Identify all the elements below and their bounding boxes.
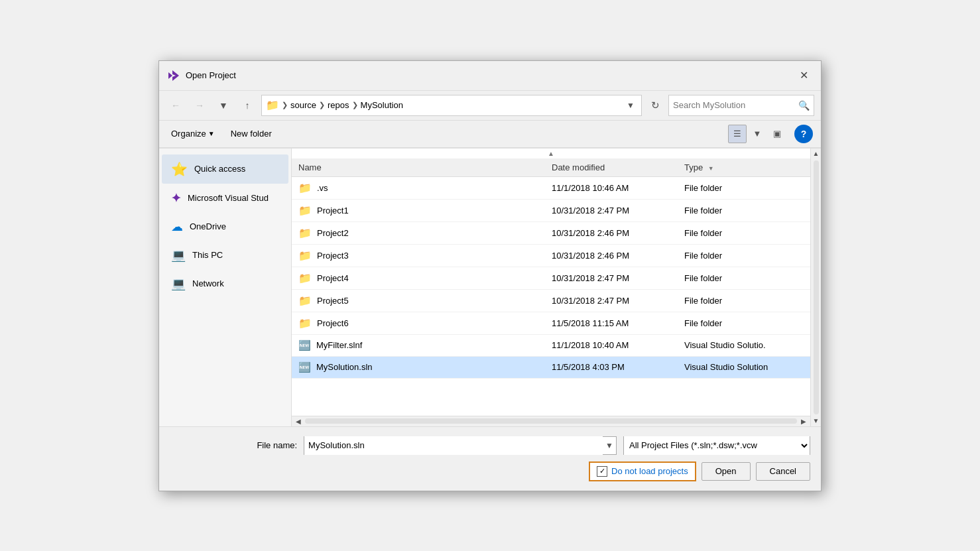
file-date: 10/31/2018 2:46 PM: [545, 221, 678, 244]
sidebar-item-network[interactable]: 💻 Network: [162, 270, 288, 298]
filename-row: File name: ▼ All Project Files (*.sln;*.…: [170, 436, 810, 455]
back-button[interactable]: ←: [166, 95, 186, 115]
refresh-button[interactable]: ↻: [646, 96, 664, 115]
file-name-cell: 📁 Project2: [292, 221, 545, 244]
col-type-header[interactable]: Type ▼: [678, 158, 810, 177]
table-row[interactable]: 📁 Project1 10/31/2018 2:47 PM File folde…: [292, 199, 810, 221]
table-row[interactable]: 🆕 MySolution.sln 11/5/2018 4:03 PM Visua…: [292, 356, 810, 378]
table-row[interactable]: 📁 Project4 10/31/2018 2:47 PM File folde…: [292, 267, 810, 289]
help-label: ?: [801, 129, 807, 139]
preview-button[interactable]: ▣: [768, 125, 786, 143]
onedrive-icon: ☁: [171, 219, 183, 234]
dropdown-button[interactable]: ▼: [214, 95, 233, 115]
sort-triangle-icon: ▼: [708, 165, 714, 172]
dropdown-view-button[interactable]: ▼: [748, 125, 766, 143]
list-view-button[interactable]: ☰: [728, 125, 747, 143]
cancel-button[interactable]: Cancel: [756, 462, 810, 481]
search-bar: 🔍: [668, 95, 814, 116]
folder-icon: 📁: [298, 204, 312, 217]
vs-icon: ✦: [171, 191, 181, 206]
open-button[interactable]: Open: [702, 462, 751, 481]
filename-dropdown-button[interactable]: ▼: [603, 440, 616, 452]
organize-label: Organize: [171, 129, 206, 139]
do-not-load-checkbox-container[interactable]: ✓ Do not load projects: [589, 461, 696, 481]
file-name-cell: 📁 Project5: [292, 289, 545, 312]
file-date: 10/31/2018 2:46 PM: [545, 244, 678, 267]
vs-logo-icon: [167, 69, 180, 82]
file-list-container: ▲ Name Date modified Type: [292, 149, 810, 426]
breadcrumb-separator-3: ❯: [352, 101, 358, 109]
sidebar-item-visual-studio[interactable]: ✦ Microsoft Visual Stud: [162, 184, 288, 212]
file-date: 10/31/2018 2:47 PM: [545, 289, 678, 312]
slnf-icon: 🆕: [298, 339, 311, 351]
actions-row: ✓ Do not load projects Open Cancel: [170, 461, 810, 481]
table-row[interactable]: 📁 Project6 11/5/2018 11:15 AM File folde…: [292, 312, 810, 334]
file-name: .vs: [317, 183, 328, 193]
do-not-load-checkbox[interactable]: ✓: [597, 466, 607, 477]
folder-icon: 📁: [298, 272, 312, 284]
breadcrumb-source[interactable]: source: [290, 100, 316, 110]
close-button[interactable]: ✕: [794, 66, 813, 85]
search-icon: 🔍: [798, 100, 810, 111]
col-date-header[interactable]: Date modified: [545, 158, 678, 177]
sidebar-item-quick-access[interactable]: ⭐ Quick access: [162, 154, 288, 184]
up-button[interactable]: ↑: [237, 95, 257, 115]
open-project-dialog: Open Project ✕ ← → ▼ ↑ 📁 ❯ source ❯ repo…: [158, 60, 822, 491]
file-date: 11/1/2018 10:40 AM: [545, 334, 678, 356]
hscroll-right-button[interactable]: ▶: [798, 416, 809, 426]
vscroll-up-button[interactable]: ▲: [811, 149, 822, 159]
breadcrumb-mysolution[interactable]: MySolution: [361, 100, 403, 110]
forward-button[interactable]: →: [190, 95, 210, 115]
sidebar-item-this-pc[interactable]: 💻 This PC: [162, 241, 288, 269]
col-sort-up[interactable]: ▲: [292, 149, 810, 158]
breadcrumb-dropdown-button[interactable]: ▼: [624, 99, 637, 111]
table-row[interactable]: 📁 Project2 10/31/2018 2:46 PM File folde…: [292, 221, 810, 244]
network-icon: 💻: [171, 276, 186, 291]
filetype-select[interactable]: All Project Files (*.sln;*.dsw;*.vcwAll …: [624, 436, 810, 455]
file-name-cell: 🆕 MySolution.sln: [292, 356, 545, 378]
col-name-header[interactable]: Name: [292, 158, 545, 177]
list-view-icon: ☰: [733, 129, 741, 139]
file-name: Project4: [317, 273, 349, 283]
file-type: File folder: [678, 199, 810, 221]
file-name: MyFilter.slnf: [316, 340, 362, 350]
preview-icon: ▣: [773, 129, 781, 139]
breadcrumb-repos[interactable]: repos: [328, 100, 349, 110]
table-row[interactable]: 📁 .vs 11/1/2018 10:46 AM File folder: [292, 176, 810, 199]
organize-button[interactable]: Organize ▼: [167, 126, 219, 141]
file-type: File folder: [678, 312, 810, 334]
sidebar-item-onedrive[interactable]: ☁ OneDrive: [162, 213, 288, 241]
file-name: Project5: [317, 296, 349, 306]
filename-input[interactable]: [304, 436, 603, 455]
vscroll-track[interactable]: [814, 160, 819, 414]
folder-icon: 📁: [298, 294, 312, 307]
file-list-scroll[interactable]: Name Date modified Type ▼: [292, 158, 810, 416]
file-name: Project3: [317, 251, 349, 261]
vscroll-down-button[interactable]: ▼: [811, 416, 822, 426]
dialog-title: Open Project: [186, 70, 236, 80]
file-name-cell: 📁 .vs: [292, 176, 545, 199]
this-pc-icon: 💻: [171, 248, 186, 263]
breadcrumb-bar[interactable]: 📁 ❯ source ❯ repos ❯ MySolution ▼: [261, 95, 642, 116]
title-bar-left: Open Project: [167, 69, 236, 82]
quick-access-icon: ⭐: [171, 161, 188, 177]
file-name: Project1: [317, 206, 349, 215]
horizontal-scrollbar[interactable]: ◀ ▶: [292, 416, 810, 426]
hscroll-track[interactable]: [305, 418, 797, 424]
table-row[interactable]: 📁 Project3 10/31/2018 2:46 PM File folde…: [292, 244, 810, 267]
table-row[interactable]: 🆕 MyFilter.slnf 11/1/2018 10:40 AM Visua…: [292, 334, 810, 356]
vertical-scrollbar[interactable]: ▲ ▼: [810, 149, 821, 426]
file-name: Project6: [317, 318, 349, 328]
table-row[interactable]: 📁 Project5 10/31/2018 2:47 PM File folde…: [292, 289, 810, 312]
new-folder-button[interactable]: New folder: [227, 126, 276, 141]
dropdown-view-icon: ▼: [753, 129, 762, 139]
search-input[interactable]: [673, 100, 798, 110]
hscroll-left-button[interactable]: ◀: [293, 416, 304, 426]
content-area: ⭐ Quick access ✦ Microsoft Visual Stud ☁…: [159, 148, 821, 426]
file-date: 11/5/2018 4:03 PM: [545, 356, 678, 378]
action-bar: Organize ▼ New folder ☰ ▼ ▣ ?: [159, 121, 821, 148]
file-type: File folder: [678, 267, 810, 289]
help-button[interactable]: ?: [794, 125, 813, 143]
breadcrumb-separator-1: ❯: [282, 101, 288, 109]
do-not-load-label: Do not load projects: [611, 466, 688, 476]
